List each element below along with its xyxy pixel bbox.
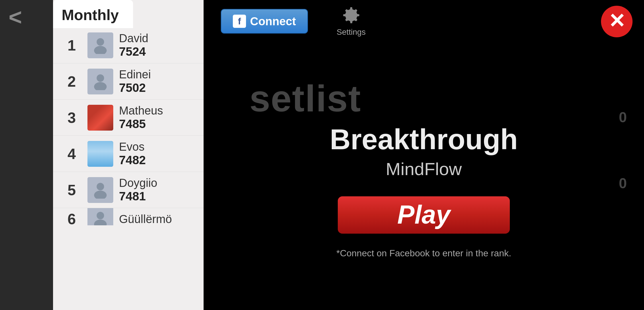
rank-number-5: 5 [62,181,82,199]
player-name-5: Doygiio [119,177,157,189]
player-name-4: Evos [119,140,146,153]
svg-point-0 [97,38,104,46]
score-indicator-bottom: 0 [619,175,627,192]
setlist-label: setlist [227,78,361,119]
player-name-3: Matheus [119,104,163,117]
rank-number-2: 2 [62,73,82,90]
svg-point-2 [97,74,104,82]
facebook-connect-label: Connect [250,15,296,28]
svg-point-1 [94,46,107,54]
footer-note: *Connect on Facebook to enter in the ran… [336,248,511,259]
player-name-6: Güüllërmö [119,213,172,226]
back-button[interactable]: < [9,6,22,29]
facebook-f-letter: f [238,16,241,27]
play-button-label: Play [397,200,450,230]
game-area: f Connect Settings ✕ 0 0 setlist Breakth… [204,0,644,310]
player-name-1: David [119,32,148,45]
svg-point-4 [97,183,104,190]
rank-number-6: 6 [62,210,82,225]
close-button[interactable]: ✕ [601,6,633,37]
avatar-4 [87,141,113,167]
leaderboard-tab-label: Monthly [62,7,119,23]
settings-button[interactable]: Settings [337,6,366,37]
song-title: Breakthrough [330,123,518,156]
svg-point-6 [97,212,104,219]
game-title-area: setlist Breakthrough MindFlow Play *Conn… [204,42,644,310]
gear-icon [341,6,361,26]
top-bar: f Connect Settings [204,0,644,42]
rank-number-3: 3 [62,109,82,126]
avatar-6 [87,208,113,225]
svg-point-7 [94,220,107,225]
avatar-2 [87,69,113,94]
settings-label: Settings [337,28,366,37]
player-score-1: 7524 [119,45,148,59]
player-score-3: 7485 [119,117,163,131]
leaderboard-panel: Monthly 1 David 7524 2 [53,0,205,310]
table-row: 4 Evos 7482 [53,136,205,172]
player-info-5: Doygiio 7481 [119,177,157,203]
svg-point-3 [94,82,107,90]
player-score-4: 7482 [119,153,146,167]
rank-number-1: 1 [62,37,82,54]
close-icon: ✕ [608,11,625,31]
table-row: 6 Güüllërmö [53,208,205,225]
score-indicator-top: 0 [619,109,627,126]
svg-point-5 [94,191,107,199]
leaderboard-list: 1 David 7524 2 Edinei [53,24,205,228]
table-row: 3 Matheus 7485 [53,100,205,136]
player-info-3: Matheus 7485 [119,104,163,131]
table-row: 2 Edinei 7502 [53,63,205,100]
player-info-2: Edinei 7502 [119,68,151,95]
player-score-5: 7481 [119,189,157,203]
player-name-2: Edinei [119,68,151,81]
rank-number-4: 4 [62,145,82,162]
artist-name: MindFlow [386,159,462,179]
facebook-icon: f [233,15,246,28]
play-button[interactable]: Play [338,196,510,234]
table-row: 5 Doygiio 7481 [53,172,205,208]
player-score-2: 7502 [119,81,151,95]
table-row: 1 David 7524 [53,27,205,63]
player-info-6: Güüllërmö [119,213,172,226]
leaderboard-tab: Monthly [53,0,133,28]
avatar-1 [87,32,113,58]
avatar-5 [87,177,113,203]
facebook-connect-button[interactable]: f Connect [221,9,308,34]
player-info-1: David 7524 [119,32,148,59]
avatar-3 [87,105,113,131]
player-info-4: Evos 7482 [119,140,146,167]
